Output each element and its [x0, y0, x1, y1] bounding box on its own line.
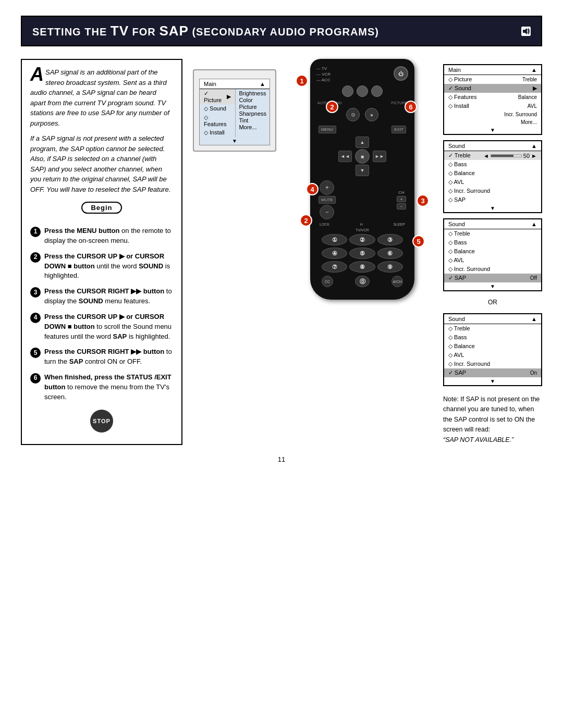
step-overlay-2: 2: [326, 101, 338, 113]
ch-down-button[interactable]: −: [397, 203, 406, 209]
tv-label: — TV: [316, 66, 331, 71]
step-overlay-4: 4: [306, 183, 319, 195]
sound4-bass: ◇ Bass: [444, 333, 541, 342]
main-menu-screen: Main ▲ ✓ Picture ▶ ◇ Sound: [199, 79, 270, 145]
menu-item-install: ◇ Install: [200, 128, 235, 137]
sound-menu-sap-on: Sound ▲ ◇ Treble ◇ Bass ◇ Balance ◇ AVL …: [443, 313, 542, 386]
note-text: Note: If SAP is not present on the chann…: [443, 394, 542, 445]
settings-icon[interactable]: ⚙: [346, 108, 360, 121]
main-menu-sound-highlighted: Main ▲ ◇ Picture Treble ✓ Sound ▶ ◇ Feat…: [443, 64, 542, 135]
menu-button[interactable]: MENU: [319, 126, 336, 133]
num-8[interactable]: ⑧: [349, 261, 375, 273]
source-btn-2[interactable]: [357, 85, 368, 97]
mute-button[interactable]: MUTE: [319, 196, 336, 204]
sound3-avl: ◇ AVL: [444, 256, 541, 265]
source-btn-3[interactable]: [371, 85, 383, 97]
menu-footer: ▼: [200, 137, 270, 145]
ch-up-button[interactable]: +: [397, 196, 406, 202]
num-1[interactable]: ①: [322, 234, 347, 245]
sound2-balance: ◇ Balance: [444, 169, 541, 178]
sound3-footer: ▼: [444, 282, 541, 290]
or-divider: OR: [443, 299, 542, 306]
vol-up-button[interactable]: +: [320, 180, 334, 195]
numpad: ① ② ③ ④ ⑤ ⑥ ⑦ ⑧ ⑨: [322, 234, 403, 273]
utility-row: LOCK H SLEEP: [316, 223, 408, 226]
nav-cluster: ▲ ◄◄ ■ ►► ▼: [316, 137, 408, 176]
stop-badge: STOP: [30, 410, 173, 433]
sound2-bass: ◇ Bass: [444, 160, 541, 169]
num-5[interactable]: ⑤: [349, 248, 375, 259]
left-menu-area: Main ▲ ✓ Picture ▶ ◇ Sound: [193, 59, 282, 152]
sound4-header: Sound ▲: [444, 314, 541, 324]
sound3-balance: ◇ Balance: [444, 247, 541, 256]
begin-badge: Begin: [81, 202, 121, 214]
step-overlay-1: 1: [296, 75, 308, 87]
intro-paragraph-2: If a SAP signal is not present with a se…: [30, 133, 173, 194]
power-button[interactable]: ⏻: [394, 66, 408, 81]
source-buttons: [316, 85, 408, 97]
nav-up-button[interactable]: ▲: [356, 137, 369, 148]
steps-list: 1 Press the MENU button on the remote to…: [30, 226, 173, 402]
sound3-bass: ◇ Bass: [444, 238, 541, 247]
sound3-header: Sound ▲: [444, 219, 541, 229]
stop-icon: STOP: [90, 410, 113, 433]
num-2[interactable]: ②: [349, 234, 375, 245]
num-0[interactable]: ⓪: [355, 276, 370, 287]
main2-sound: ✓ Sound ▶: [444, 84, 541, 93]
nav-right-button[interactable]: ►►: [373, 151, 386, 162]
nav-down-button[interactable]: ▼: [356, 165, 369, 176]
cc-button[interactable]: CC: [322, 276, 333, 287]
center-layout: Main ▲ ✓ Picture ▶ ◇ Sound: [193, 59, 542, 445]
menu-item-sound: ◇ Sound: [200, 104, 235, 113]
step-2: 2 Press the CURSOR UP ▶ or CURSOR DOWN ■…: [30, 252, 173, 281]
num-9[interactable]: ⑨: [377, 261, 403, 273]
right-menu-area: Main ▲ ◇ Picture Treble ✓ Sound ▶ ◇ Feat…: [443, 59, 542, 445]
step-1: 1 Press the MENU button on the remote to…: [30, 226, 173, 246]
main-content: A SAP signal is an additional part of th…: [21, 59, 542, 445]
num-7[interactable]: ⑦: [322, 261, 347, 273]
step-overlay-2b: 2: [300, 214, 312, 227]
sound3-incr: ◇ Incr. Surround: [444, 265, 541, 274]
source-btn-1[interactable]: [342, 85, 353, 97]
page-title: Setting the TV for SAP (Secondary Audio …: [32, 23, 379, 39]
sound4-balance: ◇ Balance: [444, 342, 541, 351]
step-4: 4 Press the CURSOR UP ▶ or CURSOR DOWN ■…: [30, 312, 173, 342]
ach-button[interactable]: A/CH: [391, 276, 403, 287]
ch-label: CH: [398, 190, 405, 195]
tvvcr-label: TV/VCR: [356, 228, 369, 232]
step-6: 6 When finished, press the STATUS /EXIT …: [30, 373, 173, 402]
sound2-treble: ✓ Treble ◄ 50 ►: [444, 151, 541, 160]
remote-area: 1 2 6 3 2 5: [282, 59, 443, 300]
step-overlay-3: 3: [417, 194, 429, 207]
vol-down-button[interactable]: −: [320, 205, 334, 219]
menu-header-main: Main ▲: [200, 79, 270, 89]
bottom-row: CC ⓪ A/CH: [316, 276, 408, 287]
menu-exit-row: MENU EXIT: [316, 126, 408, 133]
main2-features: ◇ Features Balance: [444, 93, 541, 102]
sound4-sap: ✓ SAP On: [444, 368, 541, 377]
sound4-treble: ◇ Treble: [444, 324, 541, 333]
step-5: 5 Press the CURSOR RIGHT ▶▶ button to tu…: [30, 347, 173, 367]
h-label: H: [360, 223, 363, 226]
status-icon[interactable]: ●: [365, 108, 378, 121]
nav-left-button[interactable]: ◄◄: [338, 151, 352, 162]
sound2-footer: ▼: [444, 204, 541, 212]
num-3[interactable]: ③: [377, 234, 403, 245]
menu-item-features: ◇ Features: [200, 113, 235, 128]
num-4[interactable]: ④: [322, 248, 347, 259]
sound-icon: [521, 27, 531, 36]
main-menu2-header: Main ▲: [444, 65, 541, 75]
sound3-sap: ✓ SAP Off: [444, 274, 541, 282]
title-bar: Setting the TV for SAP (Secondary Audio …: [21, 16, 542, 46]
page-number: 11: [21, 455, 542, 463]
sound2-avl: ◇ AVL: [444, 178, 541, 187]
acc-label: — ACC: [316, 78, 331, 82]
sound-menu-treble: Sound ▲ ✓ Treble ◄ 50 ► ◇ Bass: [443, 140, 542, 213]
main2-footer: ▼: [444, 126, 541, 134]
exit-button[interactable]: EXIT: [391, 126, 406, 133]
sound-menu-sap-off: Sound ▲ ◇ Treble ◇ Bass ◇ Balance ◇ AVL …: [443, 218, 542, 291]
num-6[interactable]: ⑥: [377, 248, 403, 259]
nav-center-button[interactable]: ■: [355, 149, 370, 164]
sound2-incr: ◇ Incr. Surround: [444, 187, 541, 195]
remote-control[interactable]: — TV — VCR — ACC ⏻: [310, 59, 414, 300]
